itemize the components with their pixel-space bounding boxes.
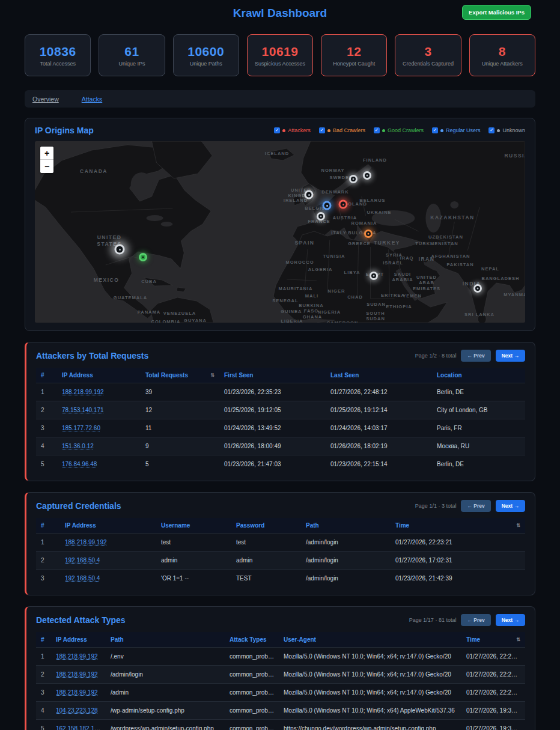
map-marker-bad[interactable] [364, 230, 373, 238]
stat-label: Unique Paths [190, 61, 222, 67]
attack-types-card: Detected Attack Types Page 1/17 · 81 tot… [25, 606, 535, 730]
col-ip-address[interactable]: IP Address [60, 518, 156, 534]
stat-unique-ips: 61 Unique IPs [99, 34, 165, 76]
map-marker-unknown[interactable] [305, 190, 314, 199]
map-marker-unknown[interactable] [370, 272, 378, 280]
stat-label: Unique Attackers [482, 61, 523, 67]
checkbox-checked-icon[interactable]: ✓ [319, 127, 325, 133]
ip-link[interactable]: 78.153.140.171 [62, 407, 104, 413]
checkbox-checked-icon[interactable]: ✓ [488, 127, 495, 133]
prev-button[interactable]: ← Prev [461, 614, 490, 626]
zoom-out-button[interactable]: − [40, 160, 53, 173]
attack-types-table: # IP Address Path Attack Types User-Agen… [36, 632, 525, 730]
stat-suspicious-accesses: 10619 Suspicious Accesses [247, 34, 313, 76]
export-malicious-ips-button[interactable]: Export Malicious IPs [462, 5, 531, 20]
ip-link[interactable]: 188.218.99.192 [62, 389, 104, 395]
col-path[interactable]: Path [106, 632, 225, 648]
col-ip-address[interactable]: IP Address [51, 632, 106, 648]
zoom-in-button[interactable]: + [40, 147, 53, 160]
page-info: Page 1/2 · 8 total [415, 353, 457, 359]
sort-icon[interactable]: ⇅ [516, 637, 520, 642]
map-marker-attacker[interactable] [339, 200, 348, 209]
stat-value: 10836 [40, 44, 76, 59]
col-index[interactable]: # [36, 368, 57, 383]
table-header-row: # IP Address Username Password Path ⇅Tim… [36, 518, 525, 534]
stat-label: Suspicious Accesses [255, 61, 305, 67]
ip-link[interactable]: 151.36.0.12 [62, 443, 94, 449]
ip-link[interactable]: 188.218.99.192 [65, 539, 107, 546]
col-first-seen[interactable]: First Seen [219, 368, 326, 383]
ip-link[interactable]: 188.218.99.192 [56, 671, 98, 678]
next-button[interactable]: Next → [496, 500, 525, 512]
col-attack-types[interactable]: Attack Types [225, 632, 279, 648]
ip-link[interactable]: 192.168.50.4 [65, 575, 100, 582]
topbar: Krawl Dashboard Export Malicious IPs [0, 0, 560, 28]
legend-dot-icon [282, 129, 285, 132]
map-marker-unknown[interactable] [349, 175, 358, 183]
map-canvas[interactable]: + − CANADAUNITED STATESMEXICOCUBAGUATEMA… [35, 141, 525, 323]
col-time[interactable]: ⇅Time [461, 632, 525, 648]
map-marker-unknown[interactable] [317, 212, 325, 221]
table-row: 1 188.218.99.192 /.env common_probes Moz… [36, 648, 525, 666]
table-row: 4 104.23.223.128 /wp-admin/setup-config.… [36, 702, 525, 720]
prev-button[interactable]: ← Prev [461, 500, 490, 512]
credentials-title: Captured Credentials [36, 501, 121, 511]
next-button[interactable]: Next → [496, 350, 525, 362]
ip-link[interactable]: 176.84.96.48 [62, 461, 97, 467]
map-marker-regular[interactable] [323, 201, 332, 210]
stat-value: 10600 [187, 44, 224, 59]
col-last-seen[interactable]: Last Seen [326, 368, 432, 383]
ip-link[interactable]: 185.177.72.60 [62, 425, 100, 431]
map-marker-good[interactable] [139, 253, 147, 261]
checkbox-checked-icon[interactable]: ✓ [374, 127, 380, 133]
legend-attackers[interactable]: ✓Attackers [274, 127, 311, 133]
attack-types-pager: Page 1/17 · 81 total ← Prev Next → [409, 614, 525, 626]
legend-unknown[interactable]: ✓Unknown [488, 127, 525, 133]
legend-dot-icon [327, 129, 330, 132]
map-zoom-control: + − [40, 147, 53, 173]
stat-label: Unique IPs [118, 61, 145, 67]
map-marker-unknown[interactable] [363, 171, 371, 180]
next-button[interactable]: Next → [496, 614, 525, 626]
checkbox-checked-icon[interactable]: ✓ [274, 127, 280, 133]
legend-bad-crawlers[interactable]: ✓Bad Crawlers [319, 127, 365, 133]
legend-regular-users[interactable]: ✓Regular Users [432, 127, 481, 133]
map-marker-unknown[interactable] [115, 245, 125, 255]
table-row: 4 151.36.0.12 9 01/26/2026, 18:00:49 01/… [36, 437, 525, 455]
col-user-agent[interactable]: User-Agent [279, 632, 461, 648]
stat-value: 10619 [262, 44, 299, 59]
col-time[interactable]: ⇅Time [391, 518, 525, 534]
stats-row: 10836 Total Accesses 61 Unique IPs 10600… [25, 34, 535, 76]
col-location[interactable]: Location [432, 368, 525, 383]
ip-link[interactable]: 162.158.182.104 [56, 725, 101, 730]
attackers-title: Attackers by Total Requests [36, 351, 148, 360]
tab-overview[interactable]: Overview [32, 96, 59, 103]
stat-value: 61 [124, 44, 139, 59]
col-index[interactable]: # [36, 632, 51, 648]
legend-dot-icon [440, 129, 443, 132]
col-index[interactable]: # [36, 518, 60, 534]
sort-icon[interactable]: ⇅ [210, 373, 215, 378]
credentials-card: Captured Credentials Page 1/1 · 3 total … [25, 492, 535, 595]
world-map [35, 141, 525, 323]
prev-button[interactable]: ← Prev [461, 350, 490, 362]
col-ip-address[interactable]: IP Address [57, 368, 141, 383]
col-path[interactable]: Path [301, 518, 391, 534]
sort-icon[interactable]: ⇅ [516, 523, 520, 528]
legend-good-crawlers[interactable]: ✓Good Crawlers [374, 127, 424, 133]
ip-link[interactable]: 188.218.99.192 [56, 689, 98, 696]
legend-dot-icon [382, 129, 385, 132]
ip-link[interactable]: 104.23.223.128 [56, 707, 98, 714]
col-username[interactable]: Username [156, 518, 231, 534]
ip-link[interactable]: 188.218.99.192 [56, 653, 98, 660]
checkbox-checked-icon[interactable]: ✓ [432, 127, 438, 133]
col-password[interactable]: Password [231, 518, 301, 534]
stat-unique-paths: 10600 Unique Paths [173, 34, 239, 76]
tab-attacks[interactable]: Attacks [82, 96, 102, 103]
stat-credentials-captured: 3 Credentials Captured [395, 34, 461, 76]
ip-link[interactable]: 192.168.50.4 [65, 557, 100, 564]
col-total-requests[interactable]: ⇅Total Requests [141, 368, 219, 383]
ip-origins-map-card: IP Origins Map ✓Attackers ✓Bad Crawlers … [25, 118, 535, 331]
table-header-row: # IP Address Path Attack Types User-Agen… [36, 632, 525, 648]
map-marker-unknown[interactable] [473, 284, 482, 293]
